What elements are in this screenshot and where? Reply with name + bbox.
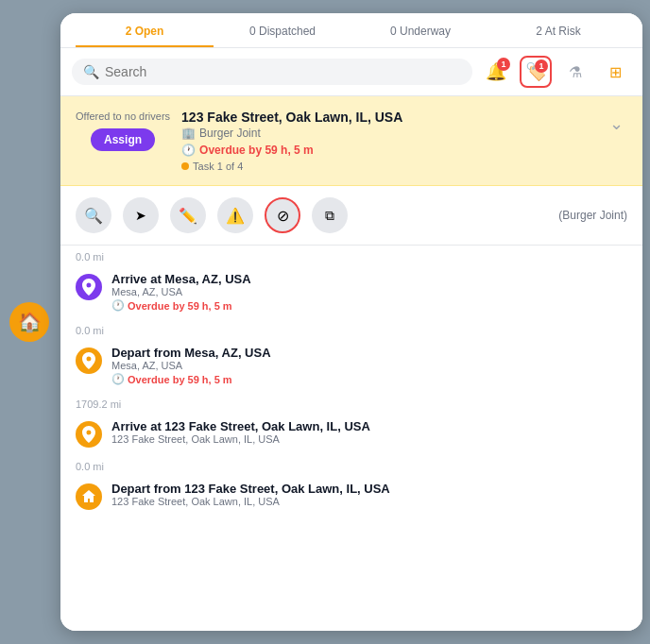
building-icon: 🏢 xyxy=(181,127,196,140)
task-item-address: 123 Fake Street, Oak Lawn, IL, USA xyxy=(111,433,370,445)
task-dot xyxy=(181,162,189,170)
search-icon: 🔍 xyxy=(83,64,99,79)
task-item-content: Arrive at Mesa, AZ, USAMesa, AZ, USA🕐 Ov… xyxy=(111,272,251,312)
cancel-action-button[interactable]: ⊘ xyxy=(265,197,300,233)
task-item-overdue: 🕐 Overdue by 59 h, 5 m xyxy=(111,299,251,312)
order-main-section: 123 Fake Street, Oak Lawn, IL, USA 🏢 Bur… xyxy=(181,110,594,172)
grid-icon: ⊞ xyxy=(609,63,622,81)
task-item[interactable]: Depart from 123 Fake Street, Oak Lawn, I… xyxy=(60,474,642,517)
tag-badge: 1 xyxy=(535,59,548,73)
assign-button[interactable]: Assign xyxy=(91,128,155,151)
expand-button[interactable]: ⌄ xyxy=(606,110,627,138)
task-item-content: Arrive at 123 Fake Street, Oak Lawn, IL,… xyxy=(111,419,370,445)
offered-text: Offered to no drivers xyxy=(76,110,170,123)
distance-label: 0.0 mi xyxy=(60,246,642,264)
send-action-button[interactable]: ➤ xyxy=(123,197,159,233)
order-card: Offered to no drivers Assign 123 Fake St… xyxy=(60,96,642,186)
bell-button[interactable]: 🔔 1 xyxy=(480,56,512,88)
cancel-icon: ⊘ xyxy=(277,207,289,225)
tab-underway[interactable]: 0 Underway xyxy=(351,25,489,47)
task-item-icon xyxy=(76,483,102,510)
order-left-section: Offered to no drivers Assign xyxy=(76,110,170,151)
tab-open[interactable]: 2 Open xyxy=(76,25,214,47)
distance-label: 0.0 mi xyxy=(60,455,642,474)
bell-badge: 1 xyxy=(497,58,510,71)
task-item-content: Depart from 123 Fake Street, Oak Lawn, I… xyxy=(111,482,390,507)
clock-icon: 🕐 xyxy=(181,144,196,157)
task-label: Task 1 of 4 xyxy=(181,161,594,172)
filter-icon: ⚗ xyxy=(569,63,582,81)
main-panel: 2 Open 0 Dispatched 0 Underway 2 At Risk… xyxy=(60,13,642,631)
task-item[interactable]: Arrive at Mesa, AZ, USAMesa, AZ, USA🕐 Ov… xyxy=(60,264,642,319)
task-item-icon xyxy=(76,274,102,300)
warning-icon: ⚠️ xyxy=(226,207,245,225)
search-action-icon: 🔍 xyxy=(84,207,103,225)
distance-label: 1709.2 mi xyxy=(60,393,642,412)
distance-label: 0.0 mi xyxy=(60,319,642,338)
clock-icon: 🕐 xyxy=(111,299,125,312)
task-item-title: Depart from 123 Fake Street, Oak Lawn, I… xyxy=(111,482,390,496)
grid-button[interactable]: ⊞ xyxy=(599,56,631,88)
home-icon: 🏠 xyxy=(9,302,49,342)
search-wrapper[interactable]: 🔍 xyxy=(72,59,472,85)
actions-row: 🔍 ➤ ✏️ ⚠️ ⊘ ⧉ (Burger Joint) xyxy=(60,186,642,246)
tag-button[interactable]: 🏷️ 1 xyxy=(520,56,552,88)
filter-button[interactable]: ⚗ xyxy=(559,56,591,88)
task-item-icon xyxy=(76,347,102,374)
clock-icon: 🕐 xyxy=(111,373,125,385)
warning-action-button[interactable]: ⚠️ xyxy=(217,197,253,233)
order-business: 🏢 Burger Joint xyxy=(181,127,594,140)
company-label: (Burger Joint) xyxy=(558,209,627,222)
search-input[interactable] xyxy=(105,64,461,79)
tab-bar: 2 Open 0 Dispatched 0 Underway 2 At Risk xyxy=(60,13,642,48)
order-address: 123 Fake Street, Oak Lawn, IL, USA xyxy=(181,110,594,125)
order-overdue: 🕐 Overdue by 59 h, 5 m xyxy=(181,144,594,157)
search-row: 🔍 🔔 1 🏷️ 1 ⚗ ⊞ xyxy=(60,48,642,96)
task-item[interactable]: Depart from Mesa, AZ, USAMesa, AZ, USA🕐 … xyxy=(60,338,642,393)
send-icon: ➤ xyxy=(135,208,146,223)
task-item-content: Depart from Mesa, AZ, USAMesa, AZ, USA🕐 … xyxy=(111,346,271,385)
tab-dispatched[interactable]: 0 Dispatched xyxy=(214,25,351,47)
task-item-address: Mesa, AZ, USA xyxy=(111,360,271,371)
edit-icon: ✏️ xyxy=(179,207,197,225)
copy-action-button[interactable]: ⧉ xyxy=(312,197,348,233)
search-action-button[interactable]: 🔍 xyxy=(76,197,111,233)
task-list: 0.0 mi Arrive at Mesa, AZ, USAMesa, AZ, … xyxy=(60,246,642,631)
task-item-address: Mesa, AZ, USA xyxy=(111,286,251,297)
edit-action-button[interactable]: ✏️ xyxy=(170,197,206,233)
task-item-title: Arrive at Mesa, AZ, USA xyxy=(111,272,251,286)
task-item-overdue: 🕐 Overdue by 59 h, 5 m xyxy=(111,373,271,385)
copy-icon: ⧉ xyxy=(325,208,334,224)
task-item-address: 123 Fake Street, Oak Lawn, IL, USA xyxy=(111,496,390,507)
task-item-title: Arrive at 123 Fake Street, Oak Lawn, IL,… xyxy=(111,419,370,433)
task-item-icon xyxy=(76,421,102,448)
tab-at-risk[interactable]: 2 At Risk xyxy=(489,25,627,47)
task-item-title: Depart from Mesa, AZ, USA xyxy=(111,346,271,360)
task-item[interactable]: Arrive at 123 Fake Street, Oak Lawn, IL,… xyxy=(60,412,642,455)
